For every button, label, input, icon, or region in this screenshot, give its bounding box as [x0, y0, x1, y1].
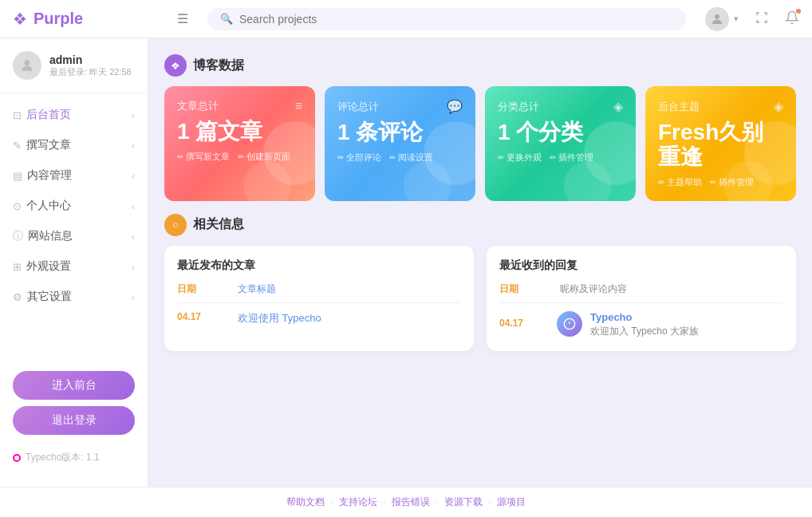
nav-item-label: 个人中心 [26, 199, 71, 213]
stat-link[interactable]: 插件管理 [710, 176, 754, 188]
section-title-stats: 博客数据 [193, 57, 244, 74]
comment-content: Typecho 欢迎加入 Typecho 大家族 [590, 311, 699, 338]
footer-link[interactable]: 源项目 [497, 496, 526, 507]
sidebar-item-其它设置[interactable]: ⚙ 其它设置 ‹ [0, 282, 148, 312]
hamburger-icon[interactable]: ☰ [177, 11, 188, 26]
avatar[interactable] [705, 7, 729, 31]
stat-header: 评论总计 💬 [337, 99, 463, 114]
comment-avatar [557, 311, 582, 337]
stat-links: 全部评论阅读设置 [337, 152, 463, 164]
stat-links: 更换外观插件管理 [498, 152, 623, 164]
section-icon-related: ○ [164, 214, 187, 236]
stat-link[interactable]: 撰写新文章 [177, 151, 230, 163]
sidebar-user: admin 最后登录: 昨天 22:58 [0, 51, 148, 93]
stat-links: 主题帮助插件管理 [658, 176, 783, 188]
stat-header-icon: ◈ [774, 99, 783, 114]
sidebar-item-后台首页[interactable]: ⊡ 后台首页 ‹ [0, 100, 148, 130]
stat-card-categories: 分类总计 ◈ 1 个分类 更换外观插件管理 [485, 86, 636, 201]
section-header-stats: ❖ 博客数据 [164, 54, 796, 77]
nav-item-label: 网站信息 [28, 229, 73, 243]
stat-link[interactable]: 创建新页面 [238, 151, 290, 163]
nav-item-label: 外观设置 [26, 259, 71, 274]
sidebar-item-个人中心[interactable]: ⊙ 个人中心 ‹ [0, 191, 148, 221]
stat-header: 后台主题 ◈ [658, 99, 783, 114]
comment-author[interactable]: Typecho [590, 311, 699, 323]
nav-item-left: ✎ 撰写文章 [13, 138, 71, 152]
footer-link[interactable]: 帮助文档 [286, 496, 325, 507]
sidebar-item-外观设置[interactable]: ⊞ 外观设置 ‹ [0, 251, 148, 282]
nav-item-label: 撰写文章 [26, 138, 71, 152]
stat-header-label: 文章总计 [177, 99, 219, 113]
comment-date: 04.17 [499, 311, 547, 329]
stat-card-theme: 后台主题 ◈ Fresh久别重逢 主题帮助插件管理 [645, 86, 796, 201]
stat-link[interactable]: 更换外观 [498, 152, 542, 164]
expand-icon[interactable] [755, 10, 769, 28]
svg-point-0 [715, 14, 719, 19]
user-last-login: 最后登录: 昨天 22:58 [49, 66, 132, 78]
user-name: admin [49, 53, 132, 66]
stat-header: 分类总计 ◈ [498, 99, 623, 114]
footer-sep: · [486, 496, 494, 507]
stat-header: 文章总计 ≡ [177, 99, 302, 113]
nav-item-left: ⚙ 其它设置 [13, 290, 72, 304]
stat-link[interactable]: 全部评论 [337, 152, 381, 164]
section-title-related: 相关信息 [193, 216, 244, 233]
nav-item-left: ▤ 内容管理 [13, 168, 72, 183]
user-avatar [13, 51, 41, 80]
notification-dot [796, 9, 801, 14]
logout-button[interactable]: 退出登录 [13, 406, 135, 435]
section-icon-stats: ❖ [164, 54, 187, 77]
comments-col-content-header: 昵称及评论内容 [560, 282, 783, 296]
recent-comments-card: 最近收到的回复 日期 昵称及评论内容 04.17 Typecho 欢迎加入 Ty… [487, 246, 796, 351]
nav-item-arrow: ‹ [132, 109, 135, 121]
nav-item-label: 后台首页 [26, 108, 71, 122]
footer-link[interactable]: 支持论坛 [339, 496, 377, 507]
footer: 帮助文档 · 支持论坛 · 报告错误 · 资源下载 · 源项目 [0, 487, 812, 517]
footer-link[interactable]: 资源下载 [444, 496, 483, 507]
stat-header-icon: 💬 [447, 99, 463, 114]
article-title[interactable]: 欢迎使用 Typecho [238, 311, 461, 326]
nav-item-arrow: ‹ [132, 200, 135, 212]
stat-card-comments: 评论总计 💬 1 条评论 全部评论阅读设置 [325, 86, 475, 201]
sidebar-item-内容管理[interactable]: ▤ 内容管理 ‹ [0, 160, 148, 191]
version-dot [13, 454, 21, 462]
version-label: Typecho版本: 1.1 [26, 451, 100, 464]
blog-stats-section: ❖ 博客数据 文章总计 ≡ 1 篇文章 撰写新文章创建新页面 评论总计 💬 1 … [164, 54, 796, 201]
nav-item-icon: ⊙ [13, 200, 22, 212]
stat-card-articles: 文章总计 ≡ 1 篇文章 撰写新文章创建新页面 [164, 86, 315, 201]
comment-row: Typecho 欢迎加入 Typecho 大家族 [557, 311, 699, 338]
nav-right: ▾ [705, 7, 799, 31]
stat-link[interactable]: 阅读设置 [389, 152, 433, 164]
nav-item-left: ⊙ 个人中心 [13, 199, 71, 213]
top-navbar: ❖ Purple ☰ 🔍 ▾ [0, 0, 812, 38]
sidebar-nav: ⊡ 后台首页 ‹ ✎ 撰写文章 ‹ ▤ 内容管理 ‹ ⊙ 个人中心 ‹ ⓘ 网站… [0, 93, 148, 361]
enter-frontend-button[interactable]: 进入前台 [13, 371, 135, 400]
section-header-related: ○ 相关信息 [164, 214, 796, 236]
footer-link[interactable]: 报告错误 [392, 496, 430, 507]
stat-header-label: 分类总计 [498, 100, 539, 114]
nav-item-label: 其它设置 [27, 290, 72, 304]
app-name: Purple [34, 10, 83, 28]
nav-item-label: 内容管理 [27, 168, 72, 183]
search-input[interactable] [239, 13, 673, 26]
search-area: 🔍 [207, 8, 686, 30]
chevron-down-icon: ▾ [734, 14, 739, 24]
tables-row: 最近发布的文章 日期 文章标题 04.17 欢迎使用 Typecho 最近收到的… [164, 246, 796, 351]
sidebar-version: Typecho版本: 1.1 [0, 444, 148, 474]
stat-link[interactable]: 主题帮助 [658, 176, 702, 188]
sidebar-item-撰写文章[interactable]: ✎ 撰写文章 ‹ [0, 130, 148, 160]
footer-sep: · [328, 496, 336, 507]
table-row: 04.17 欢迎使用 Typecho [177, 303, 461, 333]
recent-articles-title: 最近发布的文章 [177, 258, 461, 273]
nav-item-icon: ⊡ [13, 109, 22, 121]
nav-item-left: ⊞ 外观设置 [13, 259, 71, 274]
bell-icon[interactable] [785, 10, 799, 28]
stat-link[interactable]: 插件管理 [550, 152, 593, 164]
sidebar-item-网站信息[interactable]: ⓘ 网站信息 ‹ [0, 221, 148, 251]
stats-row: 文章总计 ≡ 1 篇文章 撰写新文章创建新页面 评论总计 💬 1 条评论 全部评… [164, 86, 796, 201]
body-area: admin 最后登录: 昨天 22:58 ⊡ 后台首页 ‹ ✎ 撰写文章 ‹ ▤… [0, 38, 812, 487]
nav-item-icon: ⊞ [13, 261, 22, 273]
footer-sep: · [380, 496, 388, 507]
stat-links: 撰写新文章创建新页面 [177, 151, 302, 163]
articles-col-title-header: 文章标题 [238, 282, 461, 296]
